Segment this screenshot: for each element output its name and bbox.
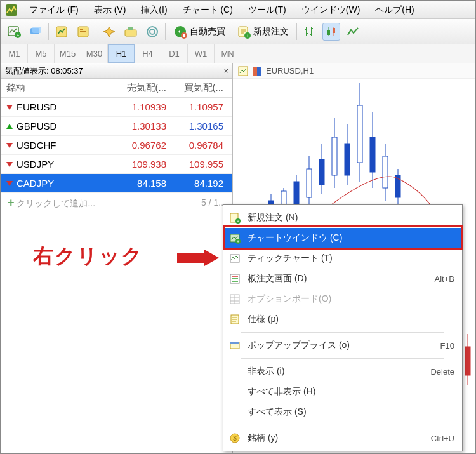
svg-rect-46 — [383, 156, 388, 188]
depth-icon — [228, 272, 241, 285]
symbol-row-usdchf[interactable]: USDCHF0.967620.96784 — [1, 136, 232, 155]
ctx-label: オプションボード(O) — [248, 293, 454, 305]
svg-rect-32 — [294, 182, 299, 204]
market-watch-icon[interactable] — [53, 23, 70, 41]
symbols-icon: $ — [228, 432, 241, 444]
close-icon[interactable]: × — [223, 66, 228, 76]
ctx-h[interactable]: すべて非表示 (H) — [223, 382, 462, 402]
timeframe-m15[interactable]: M15 — [55, 44, 81, 63]
symbol-row-cadjpy[interactable]: CADJPY84.15884.192 — [1, 174, 232, 193]
svg-rect-5 — [32, 27, 41, 33]
symbol-name: EURUSD — [17, 102, 56, 112]
bar-chart-icon[interactable] — [301, 23, 319, 41]
svg-rect-54 — [465, 347, 470, 375]
menu-view[interactable]: 表示 (V) — [86, 4, 134, 16]
market-watch-header: 銘柄 売気配(... 買気配(... — [1, 79, 232, 98]
menu-window[interactable]: ウインドウ(W) — [294, 4, 368, 16]
ctx-y[interactable]: $銘柄 (y)Ctrl+U — [223, 428, 462, 448]
timeframe-mn[interactable]: MN — [215, 44, 241, 63]
ctx-label: 新規注文 (N) — [248, 212, 454, 224]
symbol-row-usdjpy[interactable]: USDJPY109.938109.955 — [1, 155, 232, 174]
arrow-down-icon — [6, 181, 13, 186]
ask-price: 1.10957 — [173, 102, 230, 112]
ctx-t[interactable]: ティックチャート (T) — [223, 248, 462, 269]
arrow-down-icon — [6, 143, 13, 148]
ask-price: 1.30165 — [173, 121, 230, 131]
symbol-name: USDCHF — [17, 140, 56, 150]
menu-insert[interactable]: 挿入(I) — [133, 4, 175, 16]
terminal-icon[interactable] — [122, 23, 140, 41]
svg-text:+: + — [17, 32, 20, 38]
market-watch-title-text: 気配値表示: 08:05:37 — [5, 65, 83, 77]
menu-file[interactable]: ファイル (F) — [22, 4, 86, 16]
bid-price: 1.10939 — [116, 102, 173, 112]
symbol-name: GBPUSD — [17, 121, 56, 131]
strategy-tester-icon[interactable] — [143, 23, 161, 41]
ctx-label: 仕様 (p) — [248, 314, 454, 325]
new-chart-icon[interactable]: + — [5, 23, 23, 41]
arrow-icon — [176, 249, 220, 267]
shortcut: F10 — [440, 341, 454, 351]
blank-icon — [228, 385, 241, 398]
menu-chart[interactable]: チャート (C) — [175, 4, 241, 16]
navigator-icon[interactable] — [100, 23, 118, 41]
svg-rect-36 — [319, 159, 324, 185]
ctx-i[interactable]: 非表示 (i)Delete — [223, 361, 462, 382]
symbol-name: CADJPY — [17, 178, 54, 189]
menu-separator — [241, 332, 444, 333]
bid-price: 0.96762 — [116, 140, 173, 150]
timeframe-h1[interactable]: H1 — [108, 44, 135, 63]
symbol-name: USDJPY — [17, 159, 54, 170]
app-logo-icon — [4, 3, 18, 17]
timeframe-d1[interactable]: D1 — [161, 44, 188, 63]
symbol-row-gbpusd[interactable]: GBPUSD1.301331.30165 — [1, 117, 232, 136]
chart-symbol: EURUSD,H1 — [266, 66, 314, 76]
col-symbol[interactable]: 銘柄 — [1, 82, 116, 94]
autotrade-button[interactable]: 自動売買 — [169, 22, 229, 41]
svg-rect-34 — [307, 169, 312, 197]
order-icon: + — [228, 211, 241, 224]
menu-tools[interactable]: ツール(T) — [241, 4, 294, 16]
timeframe-m5[interactable]: M5 — [28, 44, 55, 63]
timeframe-m1[interactable]: M1 — [1, 44, 28, 63]
ctx-c[interactable]: +チャートウインドウ (C) — [223, 228, 462, 248]
svg-rect-9 — [80, 31, 86, 32]
menu-help[interactable]: ヘルプ(H) — [367, 4, 421, 16]
toolbar: + 自動売買 + 新規注文 — [1, 19, 475, 44]
data-window-icon[interactable] — [74, 23, 92, 41]
blank-icon — [228, 365, 241, 378]
svg-rect-25 — [253, 67, 257, 76]
market-watch-add[interactable]: + クリックして追加... 5 / 1... — [1, 193, 232, 212]
line-chart-icon[interactable] — [344, 23, 362, 41]
symbol-row-eurusd[interactable]: EURUSD1.109391.10957 — [1, 98, 232, 117]
popup-icon — [228, 339, 241, 352]
svg-text:+: + — [246, 33, 249, 39]
ctx-p[interactable]: 仕様 (p) — [223, 309, 462, 330]
arrow-up-icon — [6, 124, 13, 129]
arrow-down-icon — [6, 162, 13, 167]
ctx-n[interactable]: +新規注文 (N) — [223, 208, 462, 228]
ctx-d[interactable]: 板注文画面 (D)Alt+B — [223, 269, 462, 289]
autotrade-label: 自動売買 — [190, 26, 225, 37]
svg-rect-74 — [230, 342, 239, 344]
timeframe-w1[interactable]: W1 — [188, 44, 215, 63]
svg-rect-40 — [345, 144, 350, 175]
candle-chart-icon[interactable] — [322, 23, 340, 41]
timeframe-h4[interactable]: H4 — [135, 44, 161, 63]
opt-icon — [228, 293, 241, 305]
col-bid[interactable]: 売気配(... — [116, 82, 173, 94]
profiles-icon[interactable] — [27, 23, 44, 41]
svg-rect-44 — [370, 137, 375, 172]
timeframe-m30[interactable]: M30 — [81, 44, 108, 63]
svg-rect-65 — [232, 276, 238, 277]
new-order-button[interactable]: + 新規注文 — [233, 22, 293, 41]
ctx-o[interactable]: ポップアッププライス (o)F10 — [223, 335, 462, 356]
col-ask[interactable]: 買気配(... — [173, 82, 230, 94]
ctx-s[interactable]: すべて表示 (S) — [223, 402, 462, 422]
arrow-down-icon — [6, 105, 13, 110]
new-order-label: 新規注文 — [253, 26, 289, 37]
bid-price: 84.158 — [116, 178, 173, 189]
plus-icon: + — [8, 196, 15, 209]
timeframe-bar: M1M5M15M30H1H4D1W1MN — [1, 44, 475, 63]
svg-text:+: + — [237, 239, 239, 244]
